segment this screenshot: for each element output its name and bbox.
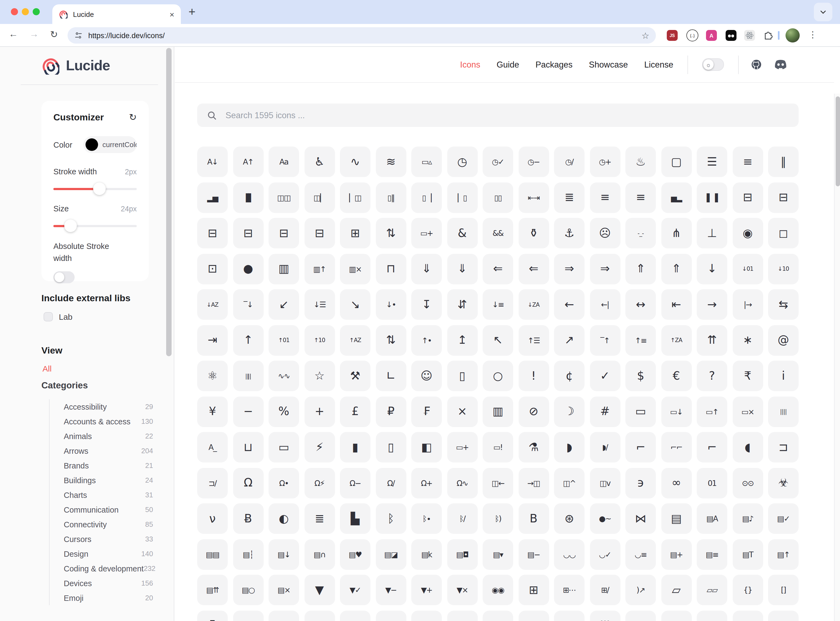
icon-blinds[interactable]: ≣ bbox=[304, 503, 335, 534]
icon-badge-dollar-sign[interactable]: $ bbox=[625, 360, 656, 391]
icon-book-marked[interactable]: ▤▾ bbox=[483, 539, 513, 570]
page-scrollbar-track[interactable] bbox=[834, 94, 840, 621]
icon-brain[interactable]: ξ bbox=[197, 610, 228, 621]
icon-align-justify[interactable]: ≣ bbox=[554, 182, 584, 213]
icon-badge-info[interactable]: i bbox=[768, 360, 799, 391]
nav-icons[interactable]: Icons bbox=[460, 60, 480, 70]
icon-axis-3d[interactable]: ∟ bbox=[375, 360, 406, 391]
icon-brackets[interactable]: [] bbox=[768, 575, 799, 605]
icon-arrow-down-from-line[interactable]: ‾↓ bbox=[233, 289, 263, 320]
icon-bookmark-minus[interactable]: ▼− bbox=[375, 575, 406, 605]
icon-air-vent[interactable]: ≋ bbox=[375, 147, 406, 177]
icon-arrow-right-left[interactable]: ⇆ bbox=[768, 289, 799, 320]
color-input[interactable]: currentColor bbox=[83, 136, 137, 153]
category-connectivity[interactable]: Connectivity85 bbox=[50, 517, 153, 532]
icon-bell-off[interactable]: Ω/ bbox=[375, 468, 406, 498]
icon-align-center-horizontal[interactable]: ≡ bbox=[733, 147, 763, 177]
icon-align-vertical-justify-center[interactable]: ⊟ bbox=[233, 218, 263, 248]
icon-book-a[interactable]: ▤A bbox=[697, 503, 727, 534]
icon-align-vertical-distribute-center[interactable]: ⊟ bbox=[733, 182, 763, 213]
icon-badge-check[interactable]: ✓ bbox=[590, 360, 620, 391]
icon-badge-plus[interactable]: + bbox=[304, 396, 335, 427]
icon-arrow-down-z-a[interactable]: ↓ZA bbox=[518, 289, 549, 320]
icon-align-center[interactable]: ☰ bbox=[697, 147, 727, 177]
icon-align-vertical-space-around[interactable]: ⊞ bbox=[340, 218, 371, 248]
icon-align-start-vertical[interactable]: ▌▐ bbox=[697, 182, 727, 213]
icon-alarm-clock-off[interactable]: ◷/ bbox=[554, 147, 584, 177]
icon-bookmark[interactable]: ▼ bbox=[304, 575, 335, 605]
window-close-button[interactable] bbox=[11, 8, 18, 15]
icon-bluetooth[interactable]: ᛒ bbox=[375, 503, 406, 534]
icon-badge-russian-ruble[interactable]: ₽ bbox=[375, 396, 406, 427]
address-bar[interactable]: https://lucide.dev/icons/ ☆ bbox=[68, 27, 656, 44]
icon-brush-cleaning[interactable]: Ψ bbox=[590, 610, 620, 621]
icon-book[interactable]: ▤ bbox=[661, 503, 692, 534]
icon-book-copy[interactable]: ▤▤ bbox=[197, 539, 228, 570]
icon-arrow-right-from-line[interactable]: |→ bbox=[733, 289, 763, 320]
icon-award[interactable]: ☆ bbox=[304, 360, 335, 391]
icon-arrow-down-up[interactable]: ⇵ bbox=[447, 289, 477, 320]
icon-bookmark-x[interactable]: ▼× bbox=[447, 575, 477, 605]
icon-align-end-vertical[interactable]: ▐▌ bbox=[233, 182, 263, 213]
new-tab-button[interactable]: + bbox=[188, 5, 195, 19]
icon-book-heart[interactable]: ▤♥ bbox=[340, 539, 371, 570]
icon-arrow-up-a-z[interactable]: ↑AZ bbox=[340, 325, 371, 356]
icon-arrow-up-right[interactable]: ↗ bbox=[554, 325, 584, 356]
icon-book-dashed[interactable]: ▤┆ bbox=[233, 539, 263, 570]
icon-banana[interactable]: ☽ bbox=[554, 396, 584, 427]
icon-book-down[interactable]: ▤↓ bbox=[269, 539, 299, 570]
icon-banknote[interactable]: ▭ bbox=[625, 396, 656, 427]
icon-beef[interactable]: ◖ bbox=[733, 432, 763, 462]
icon-book-type[interactable]: ▤T bbox=[733, 539, 763, 570]
icon-app-window-mac[interactable]: ⊡ bbox=[197, 254, 228, 284]
icon-atom[interactable]: ⚛ bbox=[197, 360, 228, 391]
window-zoom-button[interactable] bbox=[33, 8, 40, 15]
sidebar-scrollbar-thumb[interactable] bbox=[166, 48, 172, 356]
icon-bean[interactable]: ◗ bbox=[554, 432, 584, 462]
icon-arrow-up-from-line[interactable]: ↥ bbox=[447, 325, 477, 356]
icon-align-horizontal-distribute-center[interactable]: ◫◫ bbox=[269, 182, 299, 213]
extension-dark-icon[interactable] bbox=[726, 30, 737, 41]
icon-bell-ring[interactable]: Ω∿ bbox=[447, 468, 477, 498]
icon-arrow-up-narrow-wide[interactable]: ↑☰ bbox=[518, 325, 549, 356]
nav-license[interactable]: License bbox=[644, 60, 673, 70]
stroke-width-slider-thumb[interactable] bbox=[94, 182, 106, 195]
site-settings-icon[interactable] bbox=[74, 31, 83, 40]
icon-bell-minus[interactable]: Ω− bbox=[340, 468, 371, 498]
icon-book-user[interactable]: ▤○ bbox=[233, 575, 263, 605]
icon-beer[interactable]: ⊐ bbox=[768, 432, 799, 462]
icon-book-x[interactable]: ▤× bbox=[269, 575, 299, 605]
icon-align-horizontal-justify-end[interactable]: ▯▕ bbox=[411, 182, 442, 213]
extension-js-icon[interactable]: JS bbox=[667, 30, 678, 41]
icon-blend[interactable]: ◐ bbox=[269, 503, 299, 534]
icon-badge-japanese-yen[interactable]: ¥ bbox=[197, 396, 228, 427]
icon-binary[interactable]: 01 bbox=[697, 468, 727, 498]
icon-align-horizontal-space-around[interactable]: ▯▯ bbox=[483, 182, 513, 213]
icon-arrow-up-0-1[interactable]: ↑01 bbox=[269, 325, 299, 356]
icon-arrow-left-right[interactable]: ↔ bbox=[625, 289, 656, 320]
icon-bed[interactable]: ⌐ bbox=[625, 432, 656, 462]
icon-accessibility[interactable]: ♿ bbox=[304, 147, 335, 177]
icon-apple[interactable]: ● bbox=[233, 254, 263, 284]
icon-bubbles[interactable]: ∘° bbox=[625, 610, 656, 621]
icon-backpack[interactable]: ▯ bbox=[447, 360, 477, 391]
lab-checkbox-row[interactable]: Lab bbox=[44, 312, 73, 321]
icon-align-vertical-space-between[interactable]: ⇅ bbox=[375, 218, 406, 248]
icon-arrow-big-up[interactable]: ⇑ bbox=[625, 254, 656, 284]
icon-book-up-2[interactable]: ▤⇈ bbox=[197, 575, 228, 605]
nav-guide[interactable]: Guide bbox=[496, 60, 519, 70]
icon-bot-off[interactable]: ⊞/ bbox=[590, 575, 620, 605]
icon-badge-minus[interactable]: − bbox=[233, 396, 263, 427]
icon-antenna[interactable]: ⋔ bbox=[661, 218, 692, 248]
icon-arrow-up-from-dot[interactable]: ↑• bbox=[411, 325, 442, 356]
icon-ampersand[interactable]: & bbox=[447, 218, 477, 248]
icon-book-key[interactable]: ▤k bbox=[411, 539, 442, 570]
icon-arrow-down-1-0[interactable]: ↓10 bbox=[768, 254, 799, 284]
icon-bolt[interactable]: ⊛ bbox=[554, 503, 584, 534]
icon-bluetooth-connected[interactable]: ᛒ∙ bbox=[411, 503, 442, 534]
extension-translate-icon[interactable]: A bbox=[706, 30, 717, 41]
icon-building[interactable]: ◫ bbox=[768, 610, 799, 621]
icon-book-open-text[interactable]: ◡≡ bbox=[625, 539, 656, 570]
icon-box[interactable]: ▱ bbox=[661, 575, 692, 605]
icon-badge-help[interactable]: ? bbox=[697, 360, 727, 391]
